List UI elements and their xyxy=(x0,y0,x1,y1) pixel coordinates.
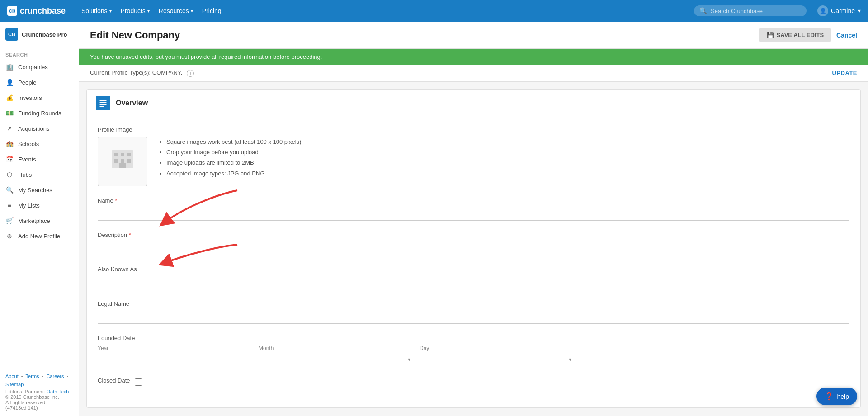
sidebar-item-investors[interactable]: 💰 Investors xyxy=(0,90,79,105)
nav-products[interactable]: Products ▾ xyxy=(121,7,150,14)
svg-rect-3 xyxy=(100,102,107,103)
building-icon: 🏢 xyxy=(5,63,14,71)
search-input[interactable] xyxy=(711,8,801,14)
image-upload-box[interactable] xyxy=(98,137,147,186)
founded-date-field-group: Founded Date Year Month xyxy=(98,335,849,366)
svg-rect-7 xyxy=(114,153,118,156)
name-input[interactable] xyxy=(98,208,849,221)
money-icon: 💵 xyxy=(5,109,14,117)
sidebar-item-label: Marketplace xyxy=(18,217,50,224)
day-select-wrapper: 12345 678910 1112131415 1617181920 21222… xyxy=(420,353,573,366)
search-bar[interactable]: 🔍 xyxy=(694,5,807,16)
footer-link-terms[interactable]: Terms xyxy=(26,373,39,379)
footer-link-sitemap[interactable]: Sitemap xyxy=(5,382,24,387)
required-indicator: * xyxy=(115,197,117,204)
month-select-wrapper: January February March April May June Ju… xyxy=(259,353,412,366)
nav-pricing[interactable]: Pricing xyxy=(202,7,222,14)
sidebar-item-label: Companies xyxy=(18,64,48,71)
sidebar-item-label: My Searches xyxy=(18,187,52,194)
main-content: Edit New Company 💾 SAVE ALL EDITS Cancel… xyxy=(79,22,868,416)
user-menu[interactable]: 👤 Carmine ▾ xyxy=(817,5,861,16)
sidebar-item-funding-rounds[interactable]: 💵 Funding Rounds xyxy=(0,105,79,121)
footer-link-about[interactable]: About xyxy=(5,373,19,379)
closed-date-field-group: Closed Date xyxy=(98,377,849,388)
sidebar-item-marketplace[interactable]: 🛒 Marketplace xyxy=(0,213,79,228)
user-name: Carmine xyxy=(831,7,855,14)
sidebar-item-my-lists[interactable]: ≡ My Lists xyxy=(0,198,79,213)
sidebar-item-my-searches[interactable]: 🔍 My Searches xyxy=(0,182,79,198)
help-button[interactable]: ❓ help xyxy=(816,388,857,405)
sidebar-item-label: Funding Rounds xyxy=(18,110,61,117)
logo[interactable]: cb crunchbase xyxy=(7,6,71,16)
svg-rect-5 xyxy=(100,106,104,107)
add-icon: ⊕ xyxy=(5,232,14,240)
closed-date-checkbox[interactable] xyxy=(135,378,142,386)
save-icon: 💾 xyxy=(767,32,774,38)
section-body: Profile Image xyxy=(87,117,860,407)
legal-name-input[interactable] xyxy=(98,311,849,324)
svg-rect-9 xyxy=(127,153,131,156)
svg-rect-11 xyxy=(121,159,124,163)
footer-version: (47413ed 141) xyxy=(5,405,73,411)
required-indicator: * xyxy=(129,232,131,238)
footer-partner-link[interactable]: Oath Tech xyxy=(47,389,69,394)
month-select[interactable]: January February March April May June Ju… xyxy=(259,353,412,366)
footer-rights: All rights reserved. xyxy=(5,400,73,405)
sidebar-item-hubs[interactable]: ⬡ Hubs xyxy=(0,167,79,182)
sidebar-item-acquisitions[interactable]: ↗ Acquisitions xyxy=(0,121,79,136)
sidebar-item-events[interactable]: 📅 Events xyxy=(0,151,79,167)
nav-solutions[interactable]: Solutions ▾ xyxy=(81,7,112,14)
dollar-icon: 💰 xyxy=(5,94,14,101)
month-label: Month xyxy=(259,345,412,351)
month-field-group: Month January February March April May xyxy=(259,345,412,366)
sidebar-brand: CB Crunchbase Pro xyxy=(0,22,79,47)
sidebar-item-label: Acquisitions xyxy=(18,125,49,132)
school-icon: 🏫 xyxy=(5,140,14,147)
legal-name-label: Legal Name xyxy=(98,300,849,307)
year-field-group: Year xyxy=(98,345,251,366)
svg-rect-8 xyxy=(121,153,124,156)
logo-icon: cb xyxy=(7,6,17,16)
app-container: CB Crunchbase Pro SEARCH 🏢 Companies 👤 P… xyxy=(0,22,868,416)
edit-header: Edit New Company 💾 SAVE ALL EDITS Cancel xyxy=(79,22,868,49)
svg-rect-4 xyxy=(100,104,107,105)
svg-rect-2 xyxy=(100,100,107,101)
sidebar-brand-icon: CB xyxy=(5,28,18,41)
name-label: Name * xyxy=(98,197,849,204)
svg-rect-12 xyxy=(127,159,131,163)
section-title: Overview xyxy=(116,99,148,107)
section-icon xyxy=(96,96,110,110)
info-icon[interactable]: i xyxy=(187,70,194,77)
person-icon: 👤 xyxy=(5,79,14,86)
overview-section: Overview Profile Image xyxy=(86,89,861,408)
also-known-as-label: Also Known As xyxy=(98,266,849,273)
calendar-icon: 📅 xyxy=(5,156,14,163)
description-field-group: Description * xyxy=(98,232,849,255)
update-button[interactable]: UPDATE xyxy=(832,70,857,76)
description-input[interactable] xyxy=(98,242,849,255)
page-title: Edit New Company xyxy=(90,29,180,41)
chevron-down-icon: ▾ xyxy=(147,9,150,14)
building-placeholder-icon xyxy=(110,147,135,176)
day-select[interactable]: 12345 678910 1112131415 1617181920 21222… xyxy=(420,353,573,366)
year-label: Year xyxy=(98,345,251,351)
sidebar-item-add-new-profile[interactable]: ⊕ Add New Profile xyxy=(0,228,79,244)
user-avatar-icon: 👤 xyxy=(817,5,828,16)
footer-link-careers[interactable]: Careers xyxy=(46,373,64,379)
list-icon: ≡ xyxy=(5,202,14,209)
nav-resources[interactable]: Resources ▾ xyxy=(159,7,193,14)
sidebar-item-companies[interactable]: 🏢 Companies xyxy=(0,59,79,75)
cart-icon: 🛒 xyxy=(5,217,14,224)
also-known-as-input[interactable] xyxy=(98,276,849,289)
profile-image-field-group: Profile Image xyxy=(98,126,849,186)
sidebar-item-people[interactable]: 👤 People xyxy=(0,75,79,90)
save-all-edits-button[interactable]: 💾 SAVE ALL EDITS xyxy=(760,28,831,42)
founded-date-row: Year Month January February xyxy=(98,345,849,366)
profile-image-label: Profile Image xyxy=(98,126,849,133)
sidebar-item-schools[interactable]: 🏫 Schools xyxy=(0,136,79,151)
name-field-group: Name * xyxy=(98,197,849,221)
section-header: Overview xyxy=(87,90,860,117)
year-input[interactable] xyxy=(98,353,251,366)
sidebar-footer: About • Terms • Careers • Sitemap Editor… xyxy=(0,368,79,416)
cancel-button[interactable]: Cancel xyxy=(836,32,857,39)
